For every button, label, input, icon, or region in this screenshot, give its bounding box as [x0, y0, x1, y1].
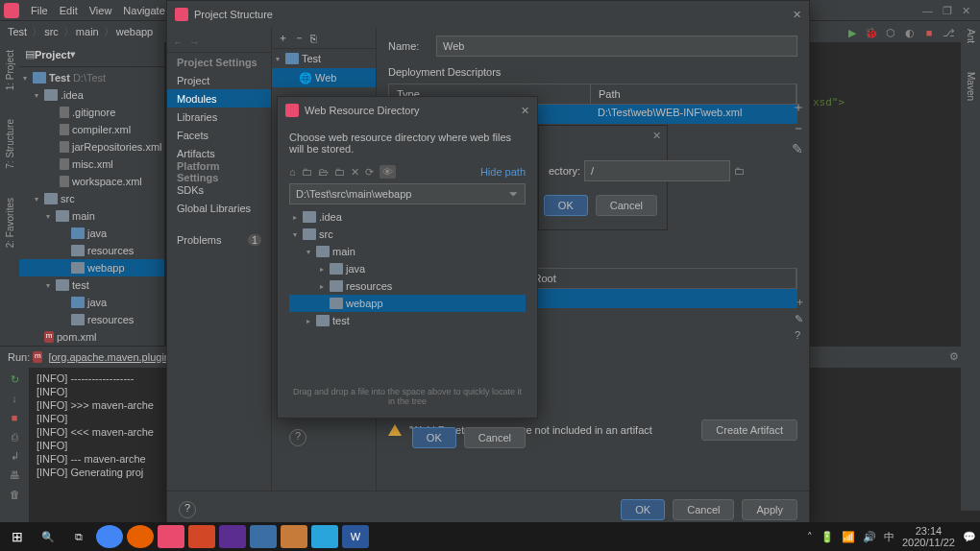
tb-ppt-icon[interactable] [188, 525, 215, 548]
toolbtn-favorites[interactable]: 2: Favorites [5, 198, 15, 248]
run-trash-icon[interactable]: 🗑 [8, 489, 21, 502]
tree-resources[interactable]: resources [19, 242, 164, 259]
taskview-icon[interactable]: ⧉ [65, 525, 92, 548]
wrd-tree-webapp[interactable]: webapp [289, 295, 526, 312]
ps-titlebar[interactable]: Project Structure ✕ [167, 1, 809, 28]
ps-help-res-icon[interactable]: ? [795, 329, 805, 341]
run-wrap-icon[interactable]: ↲ [8, 450, 21, 464]
wrd-titlebar[interactable]: Web Resource Directory ✕ [278, 97, 537, 124]
wrd-dropdown-icon[interactable]: ⏷ [508, 188, 519, 200]
ps-close-icon[interactable]: ✕ [793, 9, 801, 21]
wrd-tree-resources[interactable]: ▸resources [289, 277, 526, 295]
wrd-refresh-icon[interactable]: ⟳ [365, 166, 374, 179]
sub-browse-icon[interactable]: 🗀 [734, 165, 745, 177]
tray-date[interactable]: 2020/11/22 [902, 537, 955, 548]
ps-back-icon[interactable]: ← [173, 36, 184, 48]
sub-ok-button[interactable]: OK [544, 195, 588, 216]
tree-root[interactable]: ▾Test D:\Test [19, 69, 164, 86]
git-icon[interactable]: ⎇ [942, 27, 955, 39]
toolbtn-project[interactable]: 1: Project [5, 50, 15, 90]
ps-item-sdks[interactable]: SDKs [167, 180, 271, 199]
ps-remove-icon[interactable]: － [294, 31, 305, 45]
wrd-desktop-icon[interactable]: 🗀 [302, 166, 312, 178]
ps-add-icon[interactable]: ＋ [278, 31, 288, 45]
wrd-ok-button[interactable]: OK [412, 427, 456, 448]
tree-misc[interactable]: misc.xml [19, 156, 164, 173]
start-icon[interactable]: ⊞ [4, 525, 31, 548]
tree-test-java[interactable]: java [19, 294, 164, 311]
tree-jarrepo[interactable]: jarRepositories.xml [19, 138, 164, 156]
menu-edit[interactable]: Edit [54, 5, 84, 16]
tray-time[interactable]: 23:14 [902, 525, 955, 537]
tb-chrome-icon[interactable] [96, 525, 123, 548]
ps-item-global[interactable]: Global Libraries [167, 199, 271, 217]
tray-wifi-icon[interactable]: 📶 [842, 531, 855, 543]
wrd-delete-icon[interactable]: ✕ [351, 166, 359, 179]
ps-add-res-icon[interactable]: ＋ [795, 295, 805, 309]
run-stop-icon[interactable]: ■ [8, 412, 21, 425]
tray-battery-icon[interactable]: 🔋 [821, 531, 834, 543]
run-icon[interactable]: ▶ [845, 27, 859, 39]
ps-add-dd-icon[interactable]: ＋ [792, 99, 805, 116]
crumb-project[interactable]: Test [8, 26, 27, 37]
project-header[interactable]: ▤ Project ▾ [19, 42, 164, 67]
tray-notif-icon[interactable]: 💬 [963, 531, 976, 543]
tree-webapp[interactable]: webapp [19, 259, 164, 276]
wrd-cancel-button[interactable]: Cancel [464, 427, 526, 448]
sub-dir-input[interactable] [584, 160, 730, 181]
tb-firefox-icon[interactable] [127, 525, 154, 548]
profile-icon[interactable]: ◐ [903, 27, 917, 39]
wrd-tree-src[interactable]: ▾src [289, 226, 526, 243]
ps-mod-test[interactable]: ▾Test [272, 49, 376, 68]
ps-apply-button[interactable]: Apply [742, 499, 797, 520]
sub-close-icon[interactable]: ✕ [652, 130, 661, 142]
tray-sound-icon[interactable]: 🔊 [863, 531, 876, 543]
console-output[interactable]: [INFO] ------------------[INFO][INFO] >>… [29, 368, 161, 530]
wrd-proj-icon[interactable]: 🗁 [318, 166, 329, 178]
ps-mod-web[interactable]: 🌐 Web [272, 68, 376, 87]
stop-icon[interactable]: ■ [922, 27, 936, 38]
wrd-showhidden-icon[interactable]: 👁 [380, 165, 396, 179]
wrd-newfolder-icon[interactable]: 🗀 [334, 166, 345, 178]
tree-workspace[interactable]: workspace.xml [19, 173, 164, 190]
tb-app3-icon[interactable] [311, 525, 338, 548]
wrd-home-icon[interactable]: ⌂ [289, 166, 296, 178]
wrd-close-icon[interactable]: ✕ [521, 105, 529, 117]
menu-navigate[interactable]: Navigate [117, 5, 170, 16]
toolbtn-maven[interactable]: Maven [966, 72, 976, 101]
ps-edit-res-icon[interactable]: ✎ [795, 313, 805, 325]
tree-main[interactable]: ▾main [19, 207, 164, 225]
tree-pom[interactable]: mpom.xml [19, 328, 164, 346]
ps-ok-button[interactable]: OK [621, 499, 665, 520]
minimize-icon[interactable]: — [922, 5, 933, 16]
tree-compiler[interactable]: compiler.xml [19, 121, 164, 138]
ps-item-project[interactable]: Project [167, 71, 271, 89]
ps-item-modules[interactable]: Modules [167, 89, 271, 108]
ps-name-input[interactable] [436, 36, 797, 57]
run-down-icon[interactable]: ↓ [8, 393, 21, 406]
wrd-hidepath-link[interactable]: Hide path [480, 166, 526, 178]
wrd-path-input[interactable]: D:\Test\src\main\webapp ⏷ [289, 183, 526, 204]
wrd-tree-test[interactable]: ▸test [289, 312, 526, 329]
ps-copy-icon[interactable]: ⎘ [310, 33, 317, 44]
tb-vs-icon[interactable] [219, 525, 246, 548]
debug-icon[interactable]: 🐞 [865, 27, 878, 39]
tray-up-icon[interactable]: ˄ [807, 531, 813, 543]
crumb-webapp[interactable]: webapp [116, 26, 154, 37]
tree-test[interactable]: ▾test [19, 276, 164, 294]
ps-remove-dd-icon[interactable]: － [792, 120, 805, 137]
tree-java[interactable]: java [19, 225, 164, 242]
ps-item-facets[interactable]: Facets [167, 126, 271, 144]
create-artifact-button[interactable]: Create Artifact [701, 419, 797, 441]
menu-view[interactable]: View [84, 5, 118, 16]
tree-idea[interactable]: ▾.idea [19, 86, 164, 104]
wrd-tree-main[interactable]: ▾main [289, 243, 526, 260]
menu-file[interactable]: File [25, 5, 54, 16]
run-print-icon[interactable]: 🖶 [8, 469, 21, 483]
wrd-tree-idea[interactable]: ▸.idea [289, 208, 526, 226]
tree-test-resources[interactable]: resources [19, 311, 164, 328]
tree-src[interactable]: ▾src [19, 190, 164, 207]
tree-gitignore[interactable]: .gitignore [19, 104, 164, 121]
wrd-tree-java[interactable]: ▸java [289, 260, 526, 277]
close-icon[interactable]: ✕ [962, 5, 970, 17]
